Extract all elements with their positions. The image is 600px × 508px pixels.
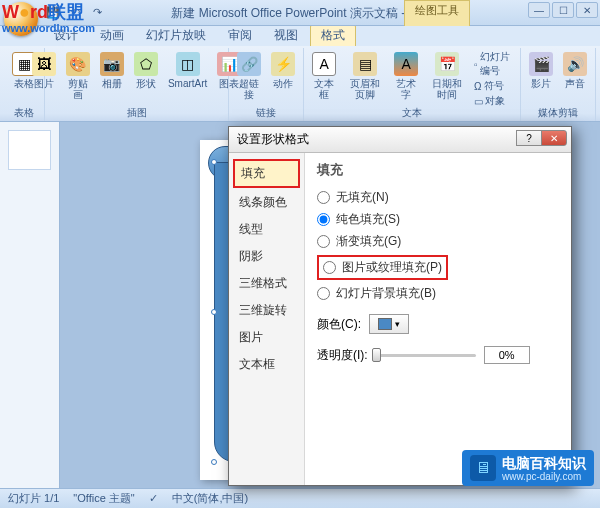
slider-thumb[interactable] (372, 348, 381, 362)
sidebar-item-3dformat[interactable]: 三维格式 (233, 271, 300, 296)
movie-button[interactable]: 🎬影片 (527, 50, 555, 91)
radio-gradient-fill[interactable]: 渐变填充(G) (317, 233, 559, 250)
radio-picture-fill[interactable] (323, 261, 336, 274)
ribbon: ▦表格 表格 🖼图片 🎨剪贴画 📷相册 ⬠形状 ◫SmartArt 📊图表 插图… (0, 46, 600, 122)
dialog-title: 设置形状格式 (237, 131, 309, 148)
color-swatch (378, 318, 392, 330)
wordart-button[interactable]: A艺术字 (392, 50, 420, 102)
sidebar-item-fill[interactable]: 填充 (233, 159, 300, 188)
sidebar-item-textbox[interactable]: 文本框 (233, 352, 300, 377)
ribbon-group-links: 🔗超链接 ⚡动作 链接 (229, 48, 304, 121)
datetime-button[interactable]: 📅日期和 时间 (426, 50, 468, 102)
album-button[interactable]: 📷相册 (98, 50, 126, 91)
content-heading: 填充 (317, 161, 559, 179)
transparency-label: 透明度(I): (317, 347, 368, 364)
radio-solid-fill[interactable]: 纯色填充(S) (317, 211, 559, 228)
color-label: 颜色(C): (317, 316, 361, 333)
sound-button[interactable]: 🔊声音 (561, 50, 589, 91)
shapes-button[interactable]: ⬠形状 (132, 50, 160, 91)
tab-animation[interactable]: 动画 (90, 25, 134, 46)
color-row: 颜色(C): ▾ (317, 314, 559, 334)
dialog-help-button[interactable]: ? (516, 130, 542, 146)
textbox-button[interactable]: A文本框 (310, 50, 338, 102)
ribbon-group-illustrations: 🖼图片 🎨剪贴画 📷相册 ⬠形状 ◫SmartArt 📊图表 插图 (45, 48, 229, 121)
clipart-button[interactable]: 🎨剪贴画 (64, 50, 92, 102)
radio-picture-fill-highlight: 图片或纹理填充(P) (317, 255, 559, 280)
close-button[interactable]: ✕ (576, 2, 598, 18)
tab-format[interactable]: 格式 (310, 24, 356, 46)
picture-button[interactable]: 🖼图片 (30, 50, 58, 91)
slide-panel[interactable] (0, 122, 60, 488)
text-extras: ▫ 幻灯片编号 Ω 符号 ▭ 对象 (474, 50, 514, 108)
transparency-row: 透明度(I): 0% (317, 346, 559, 364)
watermark-wordlm: W●rd联盟 www.wordlm.com (2, 0, 95, 34)
color-picker-button[interactable]: ▾ (369, 314, 409, 334)
sidebar-item-shadow[interactable]: 阴影 (233, 244, 300, 269)
sidebar-item-picture[interactable]: 图片 (233, 325, 300, 350)
tab-slideshow[interactable]: 幻灯片放映 (136, 25, 216, 46)
maximize-button[interactable]: ☐ (552, 2, 574, 18)
radio-slidebg-fill[interactable]: 幻灯片背景填充(B) (317, 285, 559, 302)
dialog-close-icon[interactable]: ✕ (541, 130, 567, 146)
radio-no-fill[interactable]: 无填充(N) (317, 189, 559, 206)
symbol-button[interactable]: Ω 符号 (474, 79, 514, 93)
ribbon-group-text: A文本框 ▤页眉和 页脚 A艺术字 📅日期和 时间 ▫ 幻灯片编号 Ω 符号 ▭… (304, 48, 521, 121)
format-shape-dialog: 设置形状格式 ? ✕ 填充 线条颜色 线型 阴影 三维格式 三维旋转 图片 文本… (228, 126, 572, 486)
hyperlink-button[interactable]: 🔗超链接 (235, 50, 263, 102)
pcdaily-icon: 🖥 (470, 455, 496, 481)
slidenumber-button[interactable]: ▫ 幻灯片编号 (474, 50, 514, 78)
smartart-button[interactable]: ◫SmartArt (166, 50, 209, 91)
action-button[interactable]: ⚡动作 (269, 50, 297, 91)
contextual-tab-label: 绘图工具 (404, 0, 470, 26)
headerfooter-button[interactable]: ▤页眉和 页脚 (344, 50, 386, 102)
sidebar-item-linestyle[interactable]: 线型 (233, 217, 300, 242)
minimize-button[interactable]: — (528, 2, 550, 18)
slide-thumbnail[interactable] (8, 130, 51, 170)
status-spellcheck-icon[interactable]: ✓ (149, 492, 158, 505)
status-slide: 幻灯片 1/1 (8, 491, 59, 506)
tab-review[interactable]: 审阅 (218, 25, 262, 46)
dialog-sidebar: 填充 线条颜色 线型 阴影 三维格式 三维旋转 图片 文本框 (229, 153, 305, 485)
status-theme: "Office 主题" (73, 491, 134, 506)
sidebar-item-linecolor[interactable]: 线条颜色 (233, 190, 300, 215)
dialog-content: 填充 无填充(N) 纯色填充(S) 渐变填充(G) 图片或纹理填充(P) 幻灯片… (305, 153, 571, 485)
transparency-spinner[interactable]: 0% (484, 346, 530, 364)
resize-handle[interactable] (211, 159, 217, 165)
ribbon-group-media: 🎬影片 🔊声音 媒体剪辑 (521, 48, 596, 121)
window-controls: — ☐ ✕ (528, 2, 598, 18)
resize-handle[interactable] (211, 459, 217, 465)
resize-handle[interactable] (211, 309, 217, 315)
sidebar-item-3drotation[interactable]: 三维旋转 (233, 298, 300, 323)
window-title: 新建 Microsoft Office PowerPoint 演示文稿 - M.… (171, 5, 428, 22)
dialog-titlebar[interactable]: 设置形状格式 ? ✕ (229, 127, 571, 153)
tab-view[interactable]: 视图 (264, 25, 308, 46)
status-language[interactable]: 中文(简体,中国) (172, 491, 248, 506)
transparency-slider[interactable] (376, 354, 476, 357)
status-bar: 幻灯片 1/1 "Office 主题" ✓ 中文(简体,中国) (0, 488, 600, 508)
watermark-pcdaily: 🖥 电脑百科知识 www.pc-daily.com (462, 450, 594, 486)
